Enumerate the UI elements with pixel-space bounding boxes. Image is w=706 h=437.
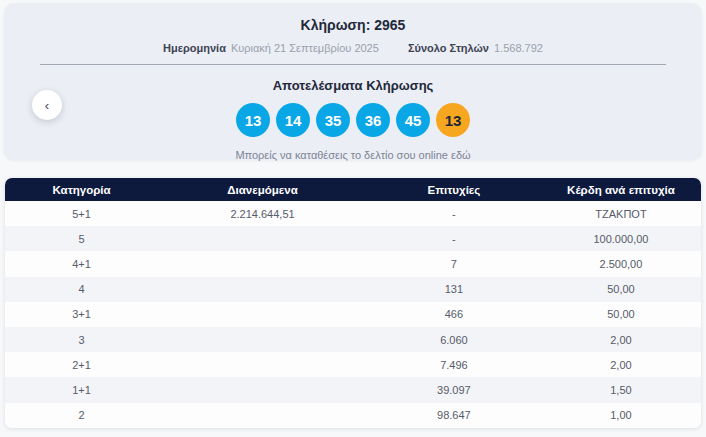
table-row: 4+172.500,00	[5, 251, 701, 276]
table-cell: 2.214.644,51	[158, 208, 367, 220]
table-cell: 5+1	[5, 208, 158, 220]
table-cell: 5	[5, 233, 158, 245]
table-cell: 4+1	[5, 258, 158, 270]
table-cell: 1+1	[5, 384, 158, 396]
table-header-row: ΚατηγορίαΔιανεμόμεναΕπιτυχίεςΚέρδη ανά ε…	[5, 178, 701, 201]
table-header-cell: Κατηγορία	[5, 184, 158, 196]
drawn-numbers: 131435364513	[4, 103, 702, 137]
table-cell: 7	[367, 258, 541, 270]
total-columns-label: Σύνολο Στηλών	[408, 42, 489, 54]
table-cell: 2+1	[5, 359, 158, 371]
table-cell: 2.500,00	[541, 258, 701, 270]
table-header-cell: Επιτυχίες	[367, 184, 541, 196]
draw-meta: ΗμερομηνίαΚυριακή 21 Σεπτεμβρίου 2025 Σύ…	[4, 42, 702, 54]
drawn-number-ball: 36	[356, 103, 390, 137]
table-cell: 50,00	[541, 283, 701, 295]
table-row: 298.6471,00	[5, 403, 701, 428]
table-cell: 1,50	[541, 384, 701, 396]
table-cell: 3+1	[5, 308, 158, 320]
table-row: 5-100.000,00	[5, 226, 701, 251]
drawn-number-ball: 13	[236, 103, 270, 137]
drawn-number-ball: 14	[276, 103, 310, 137]
results-title: Αποτελέσματα Κλήρωσης	[4, 78, 702, 93]
draw-date-label: Ημερομηνία	[163, 42, 226, 54]
joker-number-ball: 13	[436, 103, 470, 137]
chevron-left-icon: ‹	[45, 98, 49, 113]
table-cell: -	[367, 233, 541, 245]
draw-date-value: Κυριακή 21 Σεπτεμβρίου 2025	[231, 42, 379, 54]
table-header-cell: Διανεμόμενα	[158, 184, 367, 196]
table-row: 5+12.214.644,51-ΤΖΑΚΠΟΤ	[5, 201, 701, 226]
table-row: 413150,00	[5, 277, 701, 302]
deposit-online-link[interactable]: Μπορείς να καταθέσεις το δελτίο σου onli…	[4, 149, 702, 161]
table-cell: 6.060	[367, 334, 541, 346]
table-row: 36.0602,00	[5, 327, 701, 352]
table-cell: 3	[5, 334, 158, 346]
table-row: 3+146650,00	[5, 302, 701, 327]
table-cell: 100.000,00	[541, 233, 701, 245]
table-row: 1+139.0971,50	[5, 377, 701, 402]
table-cell: 98.647	[367, 409, 541, 421]
drawn-number-ball: 45	[396, 103, 430, 137]
total-columns: Σύνολο Στηλών1.568.792	[408, 42, 543, 54]
table-cell: 50,00	[541, 308, 701, 320]
table-cell: 4	[5, 283, 158, 295]
winnings-table: ΚατηγορίαΔιανεμόμεναΕπιτυχίεςΚέρδη ανά ε…	[5, 178, 701, 428]
drawn-number-ball: 35	[316, 103, 350, 137]
previous-draw-button[interactable]: ‹	[32, 90, 62, 120]
table-header-cell: Κέρδη ανά επιτυχία	[541, 184, 701, 196]
table-cell: 466	[367, 308, 541, 320]
table-cell: 131	[367, 283, 541, 295]
table-cell: 2,00	[541, 359, 701, 371]
table-cell: 39.097	[367, 384, 541, 396]
table-cell: -	[367, 208, 541, 220]
table-cell: 7.496	[367, 359, 541, 371]
header-divider	[40, 64, 666, 65]
table-cell: 2,00	[541, 334, 701, 346]
table-row: 2+17.4962,00	[5, 352, 701, 377]
draw-card: Κλήρωση: 2965 ΗμερομηνίαΚυριακή 21 Σεπτε…	[4, 3, 702, 160]
table-body: 5+12.214.644,51-ΤΖΑΚΠΟΤ5-100.000,004+172…	[5, 201, 701, 428]
draw-date: ΗμερομηνίαΚυριακή 21 Σεπτεμβρίου 2025	[163, 42, 379, 54]
total-columns-value: 1.568.792	[494, 42, 543, 54]
draw-title: Κλήρωση: 2965	[4, 3, 702, 33]
table-cell: 1,00	[541, 409, 701, 421]
table-cell: 2	[5, 409, 158, 421]
table-cell: ΤΖΑΚΠΟΤ	[541, 208, 701, 220]
